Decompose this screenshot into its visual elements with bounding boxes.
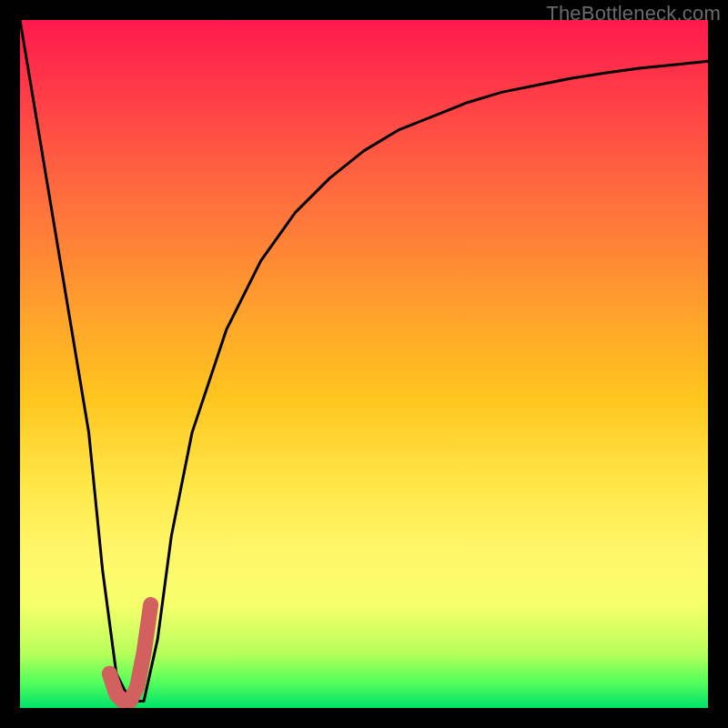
- bottleneck-chart: TheBottleneck.com: [0, 0, 728, 728]
- bottleneck-curve: [20, 20, 708, 701]
- highlight-J: [109, 605, 150, 702]
- curve-layer: [20, 20, 708, 708]
- plot-area: [20, 20, 708, 708]
- watermark: TheBottleneck.com: [546, 2, 721, 25]
